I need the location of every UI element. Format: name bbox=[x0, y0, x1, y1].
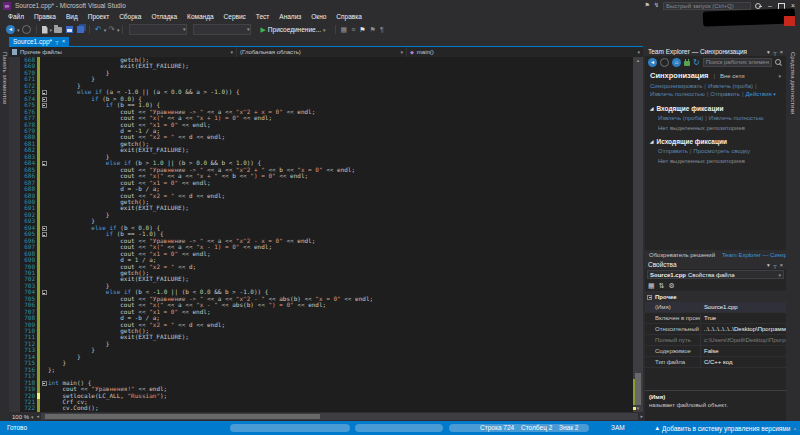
horizontal-scrollbar[interactable] bbox=[41, 413, 638, 420]
fold-margin[interactable] bbox=[40, 405, 48, 411]
outgoing-commits-header[interactable]: ◢ Исходящие фиксации bbox=[650, 138, 781, 145]
chevron-down-icon[interactable]: ▾ bbox=[50, 27, 53, 33]
link-0[interactable]: Отправить bbox=[658, 148, 688, 154]
open-file-icon[interactable] bbox=[54, 27, 62, 33]
property-row[interactable]: (Имя)Source1.cpp bbox=[645, 302, 786, 313]
back-icon[interactable]: ◂ bbox=[648, 58, 657, 67]
code-editor[interactable]: 668 getch();669 exit(EXIT_FAILURE);670 }… bbox=[9, 57, 643, 412]
chevron-down-icon[interactable]: ▾ bbox=[767, 262, 770, 268]
fold-collapse-icon[interactable] bbox=[42, 97, 47, 102]
menu-item-11[interactable]: Справка bbox=[331, 13, 367, 20]
link-0[interactable]: Извлечь (проба) bbox=[658, 115, 703, 121]
fold-collapse-icon[interactable] bbox=[42, 290, 47, 295]
forward-icon[interactable] bbox=[660, 58, 669, 67]
menu-item-0[interactable]: Файл bbox=[3, 13, 29, 20]
property-row[interactable]: Относительный путь..\..\..\..\..\..\Desk… bbox=[645, 324, 786, 335]
categorized-icon[interactable]: ▦ bbox=[648, 280, 655, 291]
fold-collapse-icon[interactable] bbox=[42, 161, 47, 166]
properties-header[interactable]: Свойства ▾ ┬ × bbox=[645, 260, 786, 269]
home-icon[interactable]: ⌂ bbox=[672, 58, 681, 67]
team-explorer-header[interactable]: Team Explorer — Синхронизация ▾ ┬ × bbox=[645, 47, 786, 56]
property-row[interactable]: СодержимоеFalse bbox=[645, 346, 786, 357]
chevron-down-icon[interactable]: ▾ bbox=[17, 27, 20, 33]
save-all-icon[interactable] bbox=[77, 26, 84, 33]
quick-launch-input[interactable] bbox=[663, 2, 751, 10]
configuration-dropdown[interactable] bbox=[129, 24, 187, 35]
property-row[interactable]: Включен в проектTrue bbox=[645, 313, 786, 324]
fold-collapse-icon[interactable] bbox=[42, 90, 47, 95]
fold-collapse-icon[interactable] bbox=[42, 103, 47, 108]
collapse-icon[interactable] bbox=[647, 295, 652, 300]
close-icon[interactable]: × bbox=[780, 49, 783, 55]
formatting-marks-icon[interactable]: ¶ bbox=[380, 26, 384, 33]
tab-source1-cpp[interactable]: Source1.cpp* ┬ × bbox=[9, 37, 69, 46]
link-1[interactable]: Извлечь (проба) bbox=[708, 83, 753, 89]
navigate-forward-icon[interactable] bbox=[22, 25, 31, 34]
diagnostic-tools-tab[interactable]: Средства диагностики bbox=[790, 52, 796, 114]
property-row[interactable]: Тип файлаC/C++ код bbox=[645, 357, 786, 368]
property-pages-icon[interactable]: ⚙ bbox=[669, 280, 675, 291]
member-scope-dropdown[interactable]: ◆ main() ▾ bbox=[407, 47, 643, 57]
category-row[interactable]: Прочее bbox=[645, 292, 786, 302]
new-file-icon[interactable] bbox=[42, 26, 48, 34]
menu-item-3[interactable]: Проект bbox=[83, 13, 114, 20]
scrollbar-thumb[interactable] bbox=[45, 414, 320, 419]
link-3[interactable]: Отправить bbox=[710, 91, 740, 97]
object-selector-dropdown[interactable]: Source1.cpp Свойства файла ▾ bbox=[647, 270, 784, 279]
scroll-right-arrow[interactable]: ▸ bbox=[640, 413, 643, 420]
menu-item-5[interactable]: Отладка bbox=[146, 13, 182, 20]
menu-item-4[interactable]: Сборка bbox=[114, 13, 146, 20]
scroll-down-arrow[interactable]: ▾ bbox=[633, 405, 643, 412]
platform-dropdown[interactable] bbox=[193, 24, 251, 35]
toolbox-tab[interactable]: Панель элементов bbox=[2, 52, 8, 104]
pin-icon[interactable]: ┬ bbox=[55, 37, 59, 46]
pin-icon[interactable]: ┬ bbox=[773, 49, 777, 55]
attach-button[interactable]: ▶ Присоединение... ▾ bbox=[260, 26, 325, 34]
chevron-down-icon[interactable]: ▾ bbox=[778, 73, 781, 79]
add-to-source-control-button[interactable]: ▴ Добавить в систему управления версиями… bbox=[656, 421, 796, 435]
fold-collapse-icon[interactable] bbox=[42, 381, 47, 386]
incoming-commits-header[interactable]: ◢ Входящие фиксации bbox=[650, 105, 781, 112]
undo-icon[interactable]: ↶ bbox=[95, 25, 102, 34]
save-icon[interactable] bbox=[66, 26, 73, 33]
panel-tab-0[interactable]: Обозреватель решений bbox=[649, 252, 715, 258]
scrollbar-thumb[interactable] bbox=[635, 373, 641, 405]
scroll-left-arrow[interactable]: ◂ bbox=[37, 413, 40, 420]
scroll-up-arrow[interactable]: ▴ bbox=[633, 57, 643, 64]
close-icon[interactable]: × bbox=[780, 262, 783, 268]
vertical-scrollbar[interactable]: ▴ ▾ bbox=[633, 57, 643, 412]
link-0[interactable]: Синхронизировать bbox=[650, 83, 702, 89]
panel-tab-1[interactable]: Team Explorer — Синхронизация bbox=[722, 252, 786, 258]
line-menu-icon[interactable]: ≡ bbox=[351, 26, 355, 33]
menu-item-10[interactable]: Окно bbox=[306, 13, 331, 20]
bookmark-icon[interactable]: ⚑ bbox=[359, 26, 365, 34]
alphabetical-icon[interactable]: ⇅ bbox=[659, 280, 665, 291]
bookmark-prev-icon[interactable]: ⚑ bbox=[370, 26, 376, 34]
intellitrace-icon[interactable]: ▦ bbox=[341, 26, 348, 34]
fold-collapse-icon[interactable] bbox=[42, 232, 47, 237]
menu-item-8[interactable]: Тест bbox=[251, 13, 274, 20]
pin-icon[interactable]: ┬ bbox=[773, 262, 777, 268]
menu-item-7[interactable]: Сервис bbox=[219, 13, 251, 20]
fold-collapse-icon[interactable] bbox=[42, 226, 47, 231]
feedback-flag-icon[interactable]: ⚑ bbox=[645, 1, 650, 10]
chevron-down-icon[interactable]: ▾ bbox=[767, 49, 770, 55]
type-scope-dropdown[interactable]: (Глобальная область) ▾ bbox=[237, 47, 407, 57]
link-1[interactable]: Извлечь полностью bbox=[709, 115, 764, 121]
menu-item-6[interactable]: Команда bbox=[182, 13, 218, 20]
work-items-search-input[interactable] bbox=[703, 58, 772, 67]
menu-item-1[interactable]: Правка bbox=[29, 13, 61, 20]
connect-plug-icon[interactable] bbox=[684, 61, 690, 66]
property-row[interactable]: Полный путьc:\Users\Юрий\Desktop\Програм bbox=[645, 335, 786, 346]
close-icon[interactable]: × bbox=[62, 37, 65, 46]
zoom-control[interactable]: 100 % ▾ bbox=[9, 414, 37, 420]
navigate-backward-icon[interactable]: ◂ bbox=[6, 25, 15, 34]
refresh-icon[interactable]: ↻ bbox=[693, 58, 700, 67]
link-1[interactable]: Просмотреть сводку bbox=[693, 148, 750, 154]
project-scope-dropdown[interactable]: Прочие файлы ▾ bbox=[9, 47, 237, 57]
chevron-down-icon[interactable]: ▾ bbox=[117, 27, 120, 33]
chevron-down-icon[interactable]: ▾ bbox=[104, 27, 107, 33]
key-icon[interactable] bbox=[755, 2, 762, 9]
menu-item-2[interactable]: Вид bbox=[61, 13, 83, 20]
link-2[interactable]: Извлечь полностью bbox=[650, 91, 705, 97]
